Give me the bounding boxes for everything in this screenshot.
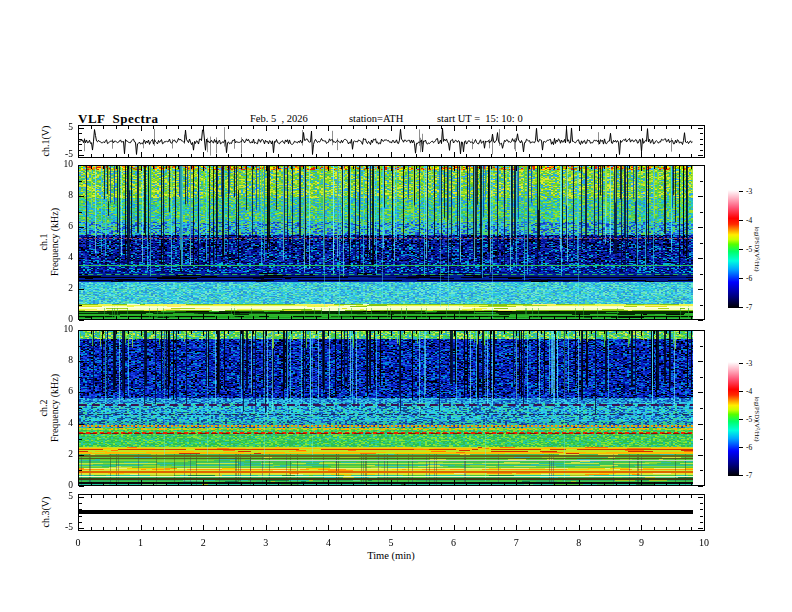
x-tick-label: 4 (316, 537, 340, 549)
x-tick (616, 126, 617, 129)
x-tick (253, 166, 254, 169)
x-tick (604, 527, 605, 530)
ch2-frequency-axis-label: ch.2 Frequency (kHz) (38, 374, 60, 442)
x-tick (491, 126, 492, 129)
x-tick (604, 495, 605, 498)
x-tick (504, 527, 505, 530)
x-tick (216, 331, 217, 334)
x-tick (78, 314, 79, 319)
y-tick-label: -5 (47, 522, 73, 533)
colorbar-tick-label: -6 (746, 443, 752, 452)
x-tick (328, 525, 329, 530)
y-tick (698, 330, 703, 331)
y-tick-label: 2 (47, 449, 73, 460)
colorbar-1-label: log(PSD)(V²/Hz) (754, 227, 761, 272)
x-tick (303, 154, 304, 157)
y-tick-label: 4 (47, 252, 73, 263)
x-tick (641, 525, 642, 530)
x-tick (191, 316, 192, 319)
x-tick (391, 166, 392, 171)
x-tick (253, 527, 254, 530)
y-tick-label: 6 (47, 386, 73, 397)
y-minor-tick (700, 144, 703, 145)
y-minor-tick (700, 274, 703, 275)
x-tick-label: 1 (129, 537, 153, 549)
x-tick (91, 482, 92, 485)
x-tick (629, 166, 630, 169)
x-tick (441, 495, 442, 498)
y-tick (698, 289, 703, 290)
x-tick (203, 166, 204, 171)
x-tick (153, 482, 154, 485)
x-tick (166, 482, 167, 485)
x-tick (228, 527, 229, 530)
x-tick (353, 316, 354, 319)
x-tick (691, 331, 692, 334)
x-tick (191, 331, 192, 334)
x-tick (103, 527, 104, 530)
x-tick (178, 331, 179, 334)
x-tick (629, 126, 630, 129)
x-tick (116, 495, 117, 498)
time-axis-label: Time (min) (346, 550, 436, 561)
x-tick (416, 527, 417, 530)
x-tick (529, 126, 530, 129)
colorbar-tick (739, 307, 743, 308)
x-tick (441, 331, 442, 334)
y-tick-label: 10 (47, 324, 73, 335)
x-tick (679, 495, 680, 498)
x-tick (128, 166, 129, 169)
y-minor-tick (700, 503, 703, 504)
x-tick-label: 2 (191, 537, 215, 549)
ch2-spectrogram-canvas (79, 331, 693, 485)
y-minor-tick (700, 509, 703, 510)
x-tick (554, 495, 555, 498)
x-tick (704, 525, 705, 530)
x-tick (278, 527, 279, 530)
x-tick (454, 126, 455, 131)
x-tick (541, 154, 542, 157)
x-tick (666, 154, 667, 157)
x-tick (454, 525, 455, 530)
y-tick-label: 10 (47, 159, 73, 170)
x-tick (128, 154, 129, 157)
x-tick (416, 331, 417, 334)
x-tick (303, 527, 304, 530)
x-tick (541, 166, 542, 169)
y-minor-tick (700, 439, 703, 440)
x-tick (391, 314, 392, 319)
x-tick (491, 495, 492, 498)
y-minor-tick (79, 439, 82, 440)
x-tick (203, 126, 204, 131)
x-tick (416, 166, 417, 169)
header-start-ut: start UT = 15: 10: 0 (437, 113, 523, 124)
y-tick (698, 227, 703, 228)
y-minor-tick (700, 133, 703, 134)
x-tick (216, 126, 217, 129)
x-tick (541, 527, 542, 530)
x-tick (128, 495, 129, 498)
x-tick (529, 331, 530, 334)
x-tick-label: 9 (629, 537, 653, 549)
x-tick (141, 480, 142, 485)
x-tick (178, 495, 179, 498)
x-tick (429, 482, 430, 485)
x-tick (454, 480, 455, 485)
x-tick (541, 482, 542, 485)
x-tick (666, 495, 667, 498)
x-tick (591, 495, 592, 498)
x-tick (579, 495, 580, 500)
x-tick (454, 152, 455, 157)
x-tick (404, 331, 405, 334)
x-tick (641, 314, 642, 319)
x-tick (504, 126, 505, 129)
x-tick (704, 495, 705, 500)
y-minor-tick (700, 139, 703, 140)
x-tick (278, 495, 279, 498)
x-tick (441, 126, 442, 129)
y-tick-label: 0 (47, 480, 73, 491)
x-tick (666, 482, 667, 485)
colorbar-tick-label: -6 (746, 274, 752, 283)
y-tick (698, 497, 703, 498)
x-tick (303, 331, 304, 334)
